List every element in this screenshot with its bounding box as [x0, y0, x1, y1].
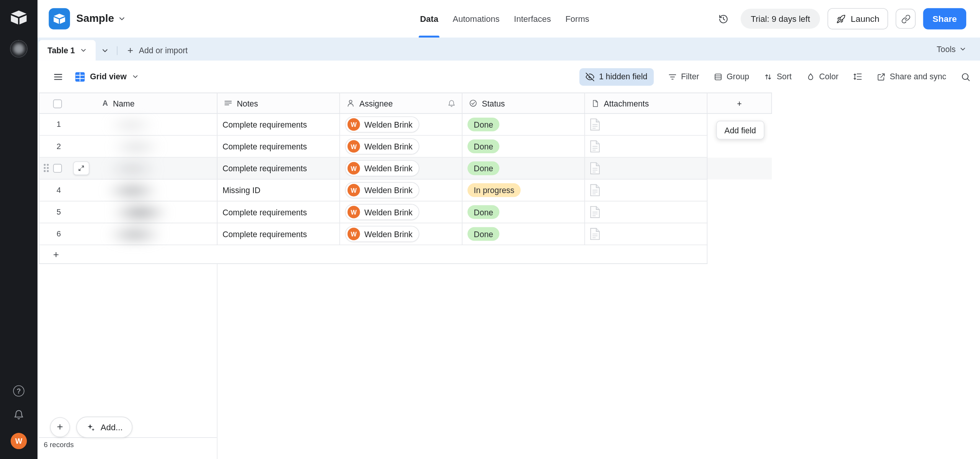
table-row-hovered: Complete requirements WWelden Brink Done — [39, 157, 772, 179]
notes-cell[interactable]: Missing ID — [217, 180, 340, 202]
copy-link-button[interactable] — [896, 9, 916, 29]
notifications-button[interactable] — [13, 409, 24, 420]
tab-data[interactable]: Data — [419, 0, 439, 38]
name-cell[interactable]: 5 — [39, 202, 217, 223]
notes-cell[interactable]: Complete requirements — [217, 202, 340, 223]
name-cell[interactable]: 6 — [39, 223, 217, 245]
expand-record-button[interactable] — [73, 161, 89, 175]
share-sync-icon — [877, 72, 885, 81]
search-button[interactable] — [960, 72, 970, 82]
add-field-column-button[interactable]: + — [707, 93, 772, 114]
attachments-cell[interactable] — [585, 223, 707, 245]
tools-menu[interactable]: Tools — [937, 44, 966, 54]
filter-button[interactable]: Filter — [668, 72, 699, 81]
column-header-status[interactable]: Status — [462, 93, 585, 114]
assignee-cell[interactable]: WWelden Brink — [340, 114, 462, 136]
add-or-import-label: Add or import — [139, 46, 188, 55]
launch-button[interactable]: Launch — [828, 8, 888, 30]
row-checkbox[interactable] — [53, 164, 62, 173]
view-sidebar-toggle[interactable] — [53, 72, 63, 82]
share-and-sync-button[interactable]: Share and sync — [877, 72, 946, 81]
status-cell[interactable]: Done — [462, 157, 585, 179]
add-field-button[interactable]: Add field — [716, 121, 764, 139]
status-cell[interactable]: Done — [462, 223, 585, 245]
airtable-home-button[interactable] — [10, 10, 28, 25]
add-or-import-button[interactable]: + Add or import — [122, 40, 193, 61]
base-name-menu[interactable]: Sample — [76, 0, 126, 38]
share-label: Share — [933, 14, 957, 24]
drag-handle[interactable] — [44, 164, 49, 173]
status-cell[interactable]: Done — [462, 136, 585, 157]
name-cell[interactable]: 2 — [39, 136, 217, 157]
add-with-ai-button[interactable]: Add... — [76, 416, 132, 438]
row-height-button[interactable] — [853, 72, 862, 81]
status-cell[interactable]: Done — [462, 202, 585, 223]
data-grid: A Name Notes Assignee Status — [39, 93, 772, 264]
name-cell[interactable]: 1 — [39, 114, 217, 136]
add-row-button[interactable]: + — [39, 245, 707, 264]
attachments-cell[interactable] — [585, 202, 707, 223]
assignee-cell[interactable]: WWelden Brink — [340, 223, 462, 245]
collaborator-avatar: W — [348, 118, 360, 131]
name-header-label: A Name — [103, 93, 135, 113]
sidebar-bottom: ? W — [11, 385, 27, 449]
column-header-name[interactable]: A Name — [39, 93, 217, 114]
history-button[interactable] — [713, 9, 733, 29]
sort-button[interactable]: Sort — [764, 72, 792, 81]
attachments-cell[interactable] — [585, 114, 707, 136]
column-group-separator — [217, 264, 218, 459]
attachments-cell[interactable] — [585, 180, 707, 202]
column-header-notes[interactable]: Notes — [217, 93, 340, 114]
collaborator-avatar: W — [348, 206, 360, 218]
assignee-cell[interactable]: WWelden Brink — [340, 136, 462, 157]
base-icon[interactable] — [49, 8, 70, 30]
table-list-dropdown-button[interactable] — [96, 40, 114, 61]
user-avatar[interactable]: W — [11, 433, 27, 449]
attachments-cell[interactable] — [585, 136, 707, 157]
notes-cell[interactable]: Complete requirements — [217, 223, 340, 245]
left-sidebar: ? W — [0, 0, 38, 459]
status-badge: Done — [467, 139, 499, 153]
column-header-attachments[interactable]: Attachments — [585, 93, 707, 114]
name-cell[interactable]: 4 — [39, 180, 217, 202]
top-navigation: Data Automations Interfaces Forms — [419, 0, 591, 38]
rocket-icon — [836, 14, 846, 23]
view-switcher[interactable]: Grid view — [75, 72, 139, 82]
column-header-assignee[interactable]: Assignee — [340, 93, 462, 114]
select-all-checkbox[interactable] — [53, 100, 62, 108]
footer-add-buttons: + Add... — [50, 416, 133, 438]
tab-forms[interactable]: Forms — [564, 0, 591, 38]
attachment-thumbnail-icon — [590, 162, 600, 175]
assignee-cell[interactable]: WWelden Brink — [340, 180, 462, 202]
tab-table-1[interactable]: Table 1 — [39, 40, 95, 61]
view-name: Grid view — [90, 72, 127, 81]
table-tab-label: Table 1 — [47, 46, 75, 55]
tab-interfaces[interactable]: Interfaces — [513, 0, 552, 38]
base-name: Sample — [76, 13, 114, 25]
workspace-avatar[interactable] — [10, 40, 28, 57]
top-header: Sample Data Automations Interfaces Forms… — [38, 0, 980, 38]
trial-status-button[interactable]: Trial: 9 days left — [741, 9, 820, 29]
help-button[interactable]: ? — [13, 385, 24, 397]
collaborator-chip: WWelden Brink — [345, 204, 419, 220]
collaborator-name: Welden Brink — [364, 207, 413, 216]
tab-automations[interactable]: Automations — [451, 0, 501, 38]
color-button[interactable]: Color — [806, 72, 838, 81]
attachments-cell[interactable] — [585, 157, 707, 179]
add-record-button[interactable]: + — [50, 417, 70, 437]
attachment-file-icon — [591, 99, 599, 107]
notify-bell-icon[interactable] — [448, 99, 456, 107]
share-button[interactable]: Share — [923, 8, 967, 30]
assignee-cell[interactable]: WWelden Brink — [340, 157, 462, 179]
chevron-down-icon — [118, 15, 126, 23]
status-cell[interactable]: Done — [462, 114, 585, 136]
hidden-fields-button[interactable]: 1 hidden field — [580, 68, 653, 85]
sort-icon — [764, 72, 773, 81]
notes-cell[interactable]: Complete requirements — [217, 136, 340, 157]
name-cell[interactable] — [39, 157, 217, 179]
notes-cell[interactable]: Complete requirements — [217, 114, 340, 136]
status-cell[interactable]: In progress — [462, 180, 585, 202]
notes-cell[interactable]: Complete requirements — [217, 157, 340, 179]
assignee-cell[interactable]: WWelden Brink — [340, 202, 462, 223]
group-button[interactable]: Group — [714, 72, 749, 81]
